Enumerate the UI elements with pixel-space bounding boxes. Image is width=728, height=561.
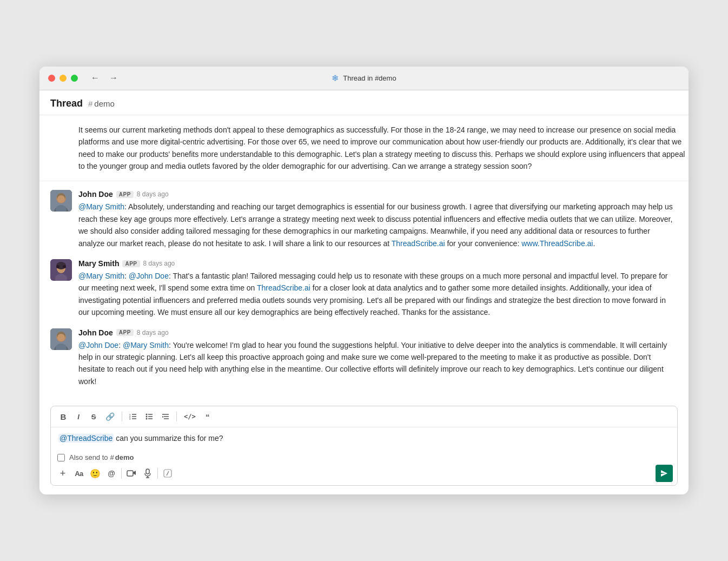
top-message-text: It seems our current marketing methods d…: [78, 124, 689, 173]
composer-toolbar: B I S 🔗 1 2 3: [51, 406, 677, 427]
app-icon: ❄: [332, 73, 339, 83]
hash-icon: #: [88, 99, 92, 108]
app-badge-2: APP: [122, 260, 140, 267]
thread-title: Thread: [50, 98, 83, 109]
svg-point-15: [57, 334, 65, 341]
emoji-button[interactable]: 🙂: [88, 466, 103, 481]
messages-scroll[interactable]: It seems our current marketing methods d…: [39, 115, 689, 406]
titlebar: ← → ❄ Thread in #demo: [39, 67, 689, 90]
add-button[interactable]: +: [55, 466, 70, 481]
camera-button[interactable]: [124, 466, 139, 481]
message-1-header: John Doe APP 8 days ago: [78, 190, 678, 199]
mic-button[interactable]: [140, 466, 155, 481]
send-to-channel-checkbox[interactable]: [57, 454, 65, 461]
message-3-content: John Doe APP 8 days ago @John Doe: @Mary…: [78, 328, 678, 388]
messages-area: It seems our current marketing methods d…: [39, 115, 689, 406]
svg-rect-36: [146, 469, 149, 474]
message-2-header: Mary Smith APP 8 days ago: [78, 259, 678, 268]
timestamp-3: 8 days ago: [137, 329, 169, 336]
svg-marker-41: [661, 470, 667, 477]
toolbar-divider-2: [176, 412, 177, 421]
composer-mention: @ThreadScribe: [58, 434, 114, 443]
nav-buttons: ← →: [89, 73, 120, 83]
svg-point-3: [57, 195, 65, 203]
strikethrough-button[interactable]: S: [88, 411, 100, 423]
timestamp-2: 8 days ago: [143, 260, 175, 267]
message-1-content: John Doe APP 8 days ago @Mary Smith: Abs…: [78, 190, 678, 249]
minimize-button[interactable]: [59, 75, 67, 82]
composer-text: can you summarize this for me?: [114, 434, 223, 443]
titlebar-center: ❄ Thread in #demo: [332, 73, 396, 83]
forward-button[interactable]: →: [107, 73, 120, 83]
svg-marker-33: [162, 416, 164, 418]
channel-hash-icon: #: [110, 453, 114, 461]
header-bar: Thread # demo: [39, 90, 689, 115]
link-threadscribe-2[interactable]: ThreadScribe.ai: [257, 283, 310, 292]
svg-text:3: 3: [129, 418, 131, 420]
composer-left-actions: + Aa 🙂 @: [55, 466, 175, 481]
message-2-content: Mary Smith APP 8 days ago @Mary Smith: @…: [78, 259, 678, 319]
svg-line-40: [167, 471, 169, 476]
channel-name: demo: [94, 99, 115, 108]
mention-mary-1[interactable]: @Mary Smith: [78, 202, 124, 211]
avatar-john-1: [50, 190, 72, 212]
svg-point-11: [63, 265, 66, 268]
message-1: John Doe APP 8 days ago @Mary Smith: Abs…: [39, 190, 689, 249]
svg-point-10: [56, 265, 59, 268]
mention-john-1[interactable]: @John Doe: [129, 272, 169, 280]
link-threadscribe-1[interactable]: ThreadScribe.ai: [392, 239, 445, 248]
mention-john-2[interactable]: @John Doe: [78, 341, 118, 349]
composer-send-to-row: Also send to # demo: [51, 451, 677, 461]
mention-mary-2[interactable]: @Mary Smith: [78, 272, 124, 280]
text-style-button[interactable]: Aa: [71, 466, 87, 481]
actions-divider-1: [121, 468, 122, 479]
unordered-list-button[interactable]: [143, 411, 156, 423]
composer-input-area[interactable]: @ThreadScribe can you summarize this for…: [51, 427, 677, 451]
message-3-text: @John Doe: @Mary Smith: You're welcome! …: [78, 339, 678, 388]
traffic-lights: [48, 75, 78, 82]
link-www-threadscribe[interactable]: www.ThreadScribe.ai: [521, 239, 593, 248]
also-send-label: Also send to: [69, 453, 108, 461]
svg-point-25: [146, 416, 148, 418]
message-3: John Doe APP 8 days ago @John Doe: @Mary…: [39, 328, 689, 388]
app-window: ← → ❄ Thread in #demo Thread # demo It s…: [39, 67, 689, 494]
indent-button[interactable]: [159, 411, 172, 423]
mention-mary-3[interactable]: @Mary Smith: [123, 341, 169, 349]
message-3-header: John Doe APP 8 days ago: [78, 328, 678, 337]
maximize-button[interactable]: [71, 75, 78, 82]
bold-button[interactable]: B: [57, 411, 69, 423]
toolbar-divider-1: [122, 412, 122, 421]
back-button[interactable]: ←: [89, 73, 102, 83]
message-composer: B I S 🔗 1 2 3: [50, 406, 678, 486]
sender-mary: Mary Smith: [78, 259, 119, 268]
svg-point-24: [146, 414, 148, 415]
top-message: It seems our current marketing methods d…: [39, 124, 689, 182]
code-button[interactable]: </>: [181, 411, 198, 423]
app-badge-3: APP: [116, 329, 134, 336]
svg-rect-34: [127, 471, 133, 476]
message-1-text: @Mary Smith: Absolutely, understanding a…: [78, 201, 678, 249]
timestamp-1: 8 days ago: [137, 190, 169, 198]
composer-actions-row: + Aa 🙂 @: [51, 461, 677, 485]
sender-john-2: John Doe: [78, 328, 113, 337]
app-badge-1: APP: [116, 191, 134, 198]
window-title: Thread in #demo: [343, 74, 396, 82]
send-button[interactable]: [656, 465, 673, 482]
italic-button[interactable]: I: [72, 411, 84, 423]
avatar-john-2: [50, 328, 72, 350]
sender-john-1: John Doe: [78, 190, 113, 199]
actions-divider-2: [157, 468, 158, 479]
channel-reference: # demo: [88, 99, 115, 108]
slash-button[interactable]: [160, 466, 175, 481]
message-2-text: @Mary Smith: @John Doe: That's a fantast…: [78, 270, 678, 319]
svg-point-26: [146, 418, 148, 420]
message-2: Mary Smith APP 8 days ago @Mary Smith: @…: [39, 259, 689, 319]
close-button[interactable]: [48, 75, 55, 82]
ordered-list-button[interactable]: 1 2 3: [127, 411, 140, 423]
blockquote-button[interactable]: “: [202, 411, 214, 423]
mention-button[interactable]: @: [104, 466, 119, 481]
channel-name-footer: demo: [115, 453, 134, 461]
avatar-mary-1: [50, 259, 72, 281]
link-button[interactable]: 🔗: [103, 411, 117, 423]
